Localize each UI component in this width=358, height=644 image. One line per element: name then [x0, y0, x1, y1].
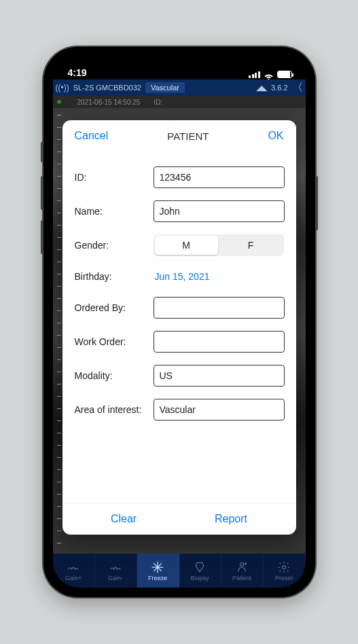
nav-preset[interactable]: Preset [264, 554, 306, 588]
app-version: 3.6.2 [271, 84, 287, 92]
back-chevron-icon[interactable]: 〈 [292, 81, 303, 95]
biopsy-icon [193, 560, 207, 574]
probe-signal-icon: ((•)) [56, 83, 69, 92]
nav-gain-plus[interactable]: Gain+ [53, 554, 95, 588]
aoi-input[interactable] [154, 399, 285, 421]
wave-icon [67, 560, 80, 574]
id-input[interactable] [154, 166, 285, 188]
scan-timestamp: 2021-06-15 14:50:25 [77, 99, 141, 106]
nav-biopsy[interactable]: Biopsy [179, 554, 221, 588]
svg-point-0 [240, 562, 244, 566]
bottom-toolbar: Gain+ Gain- Freeze Biopsy Patient Preset [53, 554, 306, 588]
cellular-signal-icon [249, 71, 260, 78]
device-id: SL-2S GMCBBD032 [73, 84, 141, 92]
nav-label: Gain- [108, 575, 123, 582]
patient-icon [235, 560, 249, 574]
report-button[interactable]: Report [215, 513, 247, 525]
gear-icon [277, 560, 291, 574]
clear-button[interactable]: Clear [111, 513, 137, 525]
wave-icon [109, 560, 122, 574]
svg-point-1 [283, 565, 286, 569]
modality-input[interactable] [154, 365, 285, 387]
nav-label: Gain+ [65, 575, 82, 582]
aoi-label: Area of interest: [75, 404, 147, 415]
birthday-label: Birthday: [75, 271, 147, 282]
wifi-icon [264, 71, 274, 78]
gender-male-option[interactable]: M [155, 236, 218, 255]
birthday-picker[interactable]: Jun 15, 2021 [154, 268, 211, 285]
nav-label: Patient [232, 575, 251, 582]
gender-label: Gender: [75, 240, 147, 251]
gender-segmented-control[interactable]: M F [154, 234, 284, 256]
scan-mode-selector[interactable]: Vascular [145, 82, 185, 93]
nav-label: Biopsy [190, 575, 209, 582]
nav-patient[interactable]: Patient [221, 554, 264, 588]
probe-icon: ◢◣ [256, 84, 267, 92]
ok-button[interactable]: OK [268, 130, 283, 142]
status-dot-icon [57, 100, 61, 104]
nav-freeze[interactable]: Freeze [137, 554, 179, 588]
app-top-bar: ((•)) SL-2S GMCBBD032 Vascular ◢◣ 3.6.2 … [53, 79, 306, 96]
nav-label: Freeze [148, 575, 167, 582]
modality-label: Modality: [75, 370, 147, 381]
nav-gain-minus[interactable]: Gain- [95, 554, 137, 588]
scan-info-bar: 2021-06-15 14:50:25 ID: [53, 96, 306, 108]
dialog-title: PATIENT [167, 130, 209, 142]
ordered-by-label: Ordered By: [75, 302, 147, 313]
ordered-by-input[interactable] [154, 297, 285, 319]
scan-id-label: ID: [154, 99, 162, 106]
battery-icon [277, 71, 292, 78]
nav-label: Preset [275, 575, 293, 582]
snowflake-icon [151, 560, 164, 574]
work-order-input[interactable] [154, 331, 285, 353]
name-input[interactable] [154, 200, 285, 222]
clock-time: 4:19 [68, 67, 87, 78]
patient-dialog: Cancel PATIENT OK ID: Name: Gender: M [62, 120, 296, 535]
name-label: Name: [75, 206, 147, 217]
work-order-label: Work Order: [75, 336, 147, 347]
cancel-button[interactable]: Cancel [75, 130, 109, 142]
id-label: ID: [75, 172, 147, 183]
gender-female-option[interactable]: F [219, 236, 283, 255]
